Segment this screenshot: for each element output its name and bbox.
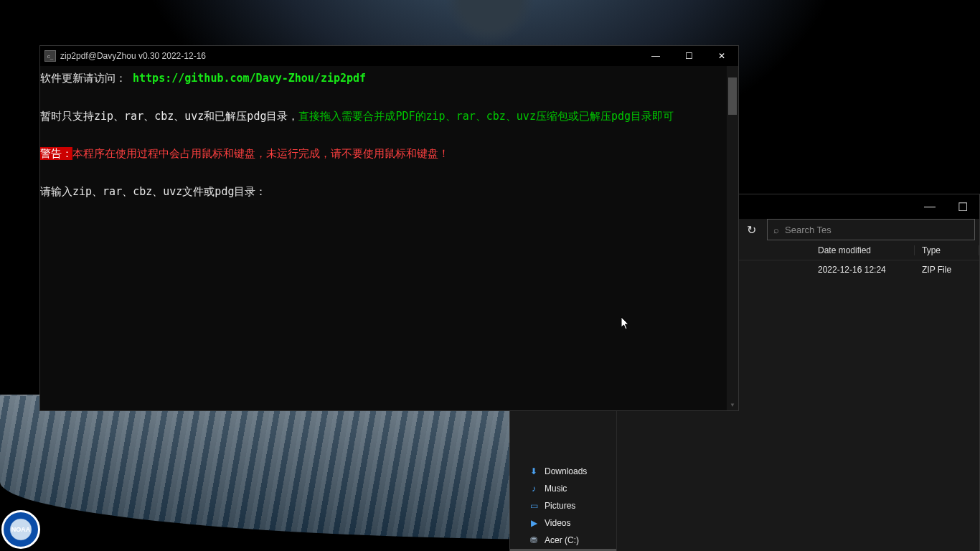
scroll-down-icon[interactable]: ▼ (727, 399, 738, 410)
app-icon: c_ (44, 50, 56, 62)
music-icon: ♪ (527, 484, 540, 494)
drag-instruction: 直接拖入需要合并成PDF的zip、rar、cbz、uvz压缩包或已解压pdg目录… (298, 110, 674, 123)
sidebar-item-videos[interactable]: ▶ Videos (510, 514, 616, 532)
scroll-track[interactable] (727, 77, 738, 399)
sidebar-item-label: Music (545, 484, 567, 494)
sidebar-item-downloads[interactable]: ⬇ Downloads (510, 463, 616, 480)
update-prefix: 软件更新请访问： (40, 72, 126, 85)
search-icon: ⌕ (773, 225, 779, 235)
drive-icon: ⛃ (527, 535, 540, 545)
close-button[interactable]: ✕ (705, 46, 738, 66)
console-window: c_ zip2pdf@DavyZhou v0.30 2022-12-16 — ☐… (39, 45, 739, 411)
close-icon: ✕ (718, 51, 725, 61)
minimize-button[interactable]: — (913, 194, 946, 219)
sidebar-item-pictures[interactable]: ▭ Pictures (510, 497, 616, 514)
sidebar-item-label: Downloads (545, 466, 587, 476)
warning-text: 本程序在使用过程中会占用鼠标和键盘，未运行完成，请不要使用鼠标和键盘！ (72, 147, 449, 160)
vertical-scrollbar[interactable]: ▲ ▼ (727, 66, 738, 410)
window-controls: — ☐ ✕ (639, 46, 738, 66)
file-type: ZIP File (915, 265, 979, 275)
maximize-button[interactable]: ☐ (672, 46, 705, 66)
column-date[interactable]: Date modified (811, 245, 915, 255)
file-date: 2022-12-16 12:24 (811, 265, 915, 275)
maximize-icon: ☐ (685, 51, 693, 61)
warning-tag: 警告： (40, 147, 72, 160)
minimize-icon: — (924, 200, 936, 213)
scroll-thumb[interactable] (728, 77, 737, 115)
search-placeholder: Search Tes (785, 225, 831, 235)
maximize-icon: ☐ (958, 200, 968, 214)
refresh-icon: ↻ (747, 223, 756, 237)
sidebar-item-label: Videos (545, 518, 570, 528)
download-icon: ⬇ (527, 466, 540, 476)
support-text: 暂时只支持zip、rar、cbz、uvz和已解压pdg目录， (40, 110, 298, 123)
console-titlebar[interactable]: c_ zip2pdf@DavyZhou v0.30 2022-12-16 — ☐… (40, 46, 738, 66)
maximize-button[interactable]: ☐ (946, 194, 979, 219)
sidebar-item-drive-c[interactable]: ⛃ Acer (C:) (510, 532, 616, 549)
minimize-button[interactable]: — (639, 46, 672, 66)
input-prompt: 请输入zip、rar、cbz、uvz文件或pdg目录： (40, 185, 266, 198)
search-input[interactable]: ⌕ Search Tes (767, 219, 975, 240)
sidebar-item-label: Acer (C:) (545, 535, 579, 545)
pictures-icon: ▭ (527, 501, 540, 511)
noaa-label: NOAA (11, 526, 31, 533)
sidebar-item-label: Pictures (545, 501, 575, 511)
column-type[interactable]: Type (915, 245, 979, 255)
minimize-icon: — (651, 51, 660, 61)
window-title: zip2pdf@DavyZhou v0.30 2022-12-16 (60, 51, 639, 61)
console-output[interactable]: 软件更新请访问： https://github.com/Davy-Zhou/zi… (40, 66, 727, 410)
sidebar-item-music[interactable]: ♪ Music (510, 480, 616, 497)
update-link: https://github.com/Davy-Zhou/zip2pdf (133, 72, 366, 85)
refresh-button[interactable]: ↻ (740, 219, 763, 240)
videos-icon: ▶ (527, 518, 540, 528)
noaa-logo: NOAA (1, 510, 40, 549)
